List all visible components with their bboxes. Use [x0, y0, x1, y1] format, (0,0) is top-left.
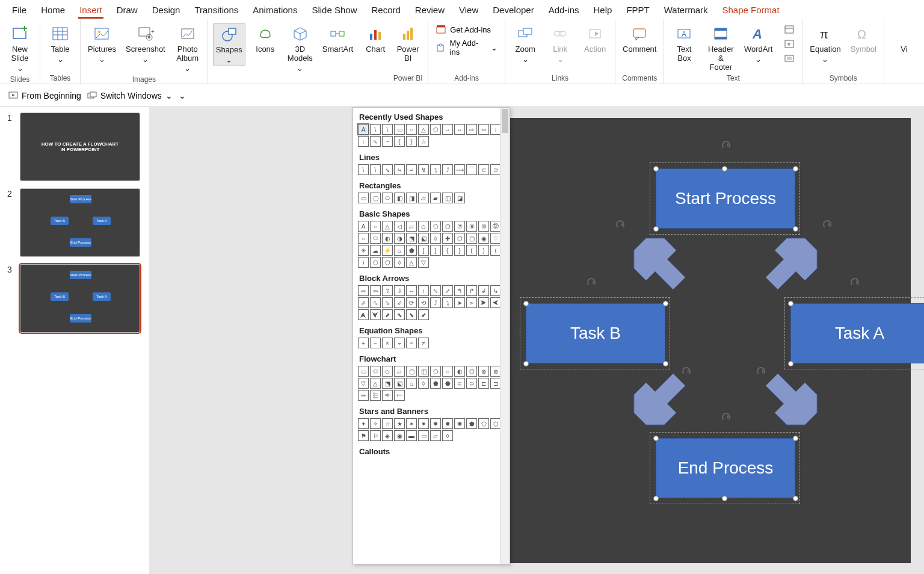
shape-item[interactable]: △ — [382, 221, 393, 232]
shape-item[interactable]: { — [442, 245, 453, 256]
shape-item[interactable]: { — [394, 136, 405, 147]
shape-item[interactable]: ⬟ — [406, 245, 417, 256]
shape-item[interactable]: ✧ — [370, 418, 381, 429]
shape-item[interactable]: ⚐ — [370, 430, 381, 441]
shape-item[interactable]: ⇨ — [466, 124, 477, 135]
shape-item[interactable]: ◫ — [418, 366, 429, 377]
shape-item[interactable]: ➣ — [466, 297, 477, 308]
shape-item[interactable]: ⬋ — [418, 309, 429, 320]
text-box-button[interactable]: A Text Box — [669, 23, 699, 64]
shape-item[interactable]: } — [454, 245, 465, 256]
resize-handle[interactable] — [653, 496, 659, 501]
tab-record[interactable]: Record — [364, 2, 407, 17]
shape-item[interactable]: ◊ — [418, 378, 429, 389]
shape-start-process[interactable]: Start Process — [656, 168, 795, 229]
shape-item[interactable]: ◈ — [382, 430, 393, 441]
shape-item[interactable]: ÷ — [394, 338, 405, 348]
shape-item[interactable]: ⬡ — [382, 257, 393, 268]
shape-item[interactable]: ▢ — [406, 366, 417, 377]
resize-handle[interactable] — [523, 361, 529, 366]
switch-windows-button[interactable]: Switch Windows ⌄ — [87, 91, 173, 100]
shape-item[interactable]: ◉ — [478, 233, 489, 244]
shape-item[interactable]: △ — [370, 378, 381, 389]
resize-handle[interactable] — [653, 166, 659, 171]
new-slide-button[interactable]: New Slide ⌄ — [5, 23, 35, 74]
resize-handle[interactable] — [793, 226, 798, 232]
powerbi-button[interactable]: Power BI — [393, 23, 423, 64]
shape-item[interactable]: ★ — [394, 418, 405, 429]
shape-item[interactable]: ⌂ — [394, 245, 405, 256]
rotate-handle[interactable] — [722, 413, 730, 421]
shape-item[interactable]: ⬊ — [406, 309, 417, 320]
resize-handle[interactable] — [663, 361, 668, 366]
shape-task-b[interactable]: Task B — [526, 303, 665, 363]
shape-item[interactable]: ⬕ — [394, 378, 405, 389]
resize-handle[interactable] — [663, 301, 668, 306]
wordart-button[interactable]: A WordArt ⌄ — [742, 23, 774, 65]
thumbnail-1[interactable]: 1 HOW TO CREATE A FLOWCHART IN POWERPOIN… — [7, 113, 142, 181]
shape-item[interactable]: ⇨ — [358, 285, 369, 296]
shape-item[interactable]: ▽ — [358, 378, 369, 389]
shape-item[interactable]: ↑ — [358, 136, 369, 147]
object-button[interactable] — [781, 52, 797, 65]
shape-item[interactable]: ≠ — [418, 338, 429, 348]
from-beginning-button[interactable]: From Beginning — [8, 91, 81, 100]
shape-item[interactable]: ⇧ — [382, 285, 393, 296]
shape-item[interactable]: ⮝ — [358, 309, 369, 320]
shape-item[interactable]: \ — [370, 164, 381, 175]
slide-editor[interactable]: Start Process Task B Task A End Process — [149, 107, 924, 574]
shape-item[interactable]: ◐ — [382, 233, 393, 244]
shape-item[interactable]: ⬔ — [382, 378, 393, 389]
resize-handle[interactable] — [653, 226, 659, 232]
shape-item[interactable]: ⬭ — [370, 366, 381, 377]
tab-animations[interactable]: Animations — [245, 2, 304, 17]
resize-handle[interactable] — [722, 166, 727, 171]
tab-home[interactable]: Home — [34, 2, 72, 17]
shape-item[interactable]: ✸ — [430, 418, 441, 429]
shape-item[interactable]: ⟿ — [454, 164, 465, 175]
tab-fppt[interactable]: FPPT — [619, 2, 656, 17]
resize-handle[interactable] — [788, 361, 793, 366]
shape-item[interactable]: ⟲ — [418, 297, 429, 308]
shape-item[interactable]: ◪ — [454, 193, 465, 203]
shape-item[interactable]: ⤴ — [430, 297, 441, 308]
shape-item[interactable]: → — [442, 124, 453, 135]
shape-item[interactable]: ⤵ — [442, 297, 453, 308]
shape-item[interactable]: ⬲ — [382, 390, 393, 401]
shape-item[interactable]: ⤷ — [394, 164, 405, 175]
shape-item[interactable]: ◐ — [454, 366, 465, 377]
shape-item[interactable]: ↰ — [454, 285, 465, 296]
tab-view[interactable]: View — [452, 2, 485, 17]
shape-item[interactable]: ▭ — [394, 124, 405, 135]
shape-item[interactable]: A — [358, 221, 369, 232]
shape-item[interactable]: ◁ — [394, 221, 405, 232]
shape-item[interactable]: ✷ — [418, 418, 429, 429]
shape-item[interactable]: ◊ — [442, 430, 453, 441]
slide-number-button[interactable]: # — [781, 37, 797, 51]
chart-button[interactable]: Chart — [360, 23, 390, 55]
shape-item[interactable]: ↯ — [418, 164, 429, 175]
shape-item[interactable]: ⚑ — [358, 430, 369, 441]
resize-handle[interactable] — [793, 496, 798, 501]
shape-item[interactable]: ◊ — [394, 257, 405, 268]
shape-item[interactable]: ☆ — [418, 136, 429, 147]
header-footer-button[interactable]: Header & Footer — [704, 23, 738, 73]
shape-arrow-br[interactable] — [763, 371, 829, 437]
shape-item[interactable]: ▱ — [430, 430, 441, 441]
shape-item[interactable]: ☁ — [370, 245, 381, 256]
shape-item[interactable]: ◇ — [382, 366, 393, 377]
shape-item[interactable]: ⬠ — [430, 124, 441, 135]
tab-shape-format[interactable]: Shape Format — [715, 2, 787, 17]
rotate-handle[interactable] — [616, 220, 624, 229]
shape-item[interactable]: ⤶ — [406, 164, 417, 175]
tab-design[interactable]: Design — [145, 2, 188, 17]
shapes-dropdown[interactable]: Recently Used ShapesA\\▭○△⬠→↔⇨⇦↓↑∿~{}☆Li… — [353, 107, 510, 564]
resize-handle[interactable] — [788, 301, 793, 306]
shape-item[interactable]: ○ — [370, 221, 381, 232]
shape-item[interactable]: ⚡ — [382, 245, 393, 256]
shape-item[interactable]: ▭ — [358, 193, 369, 203]
shape-item[interactable]: ( — [466, 245, 477, 256]
shape-item[interactable]: ⤢ — [442, 285, 453, 296]
thumbnail-3[interactable]: 3 Start Process Task B Task A End Proces… — [7, 265, 142, 332]
shape-item[interactable]: ▢ — [370, 193, 381, 203]
